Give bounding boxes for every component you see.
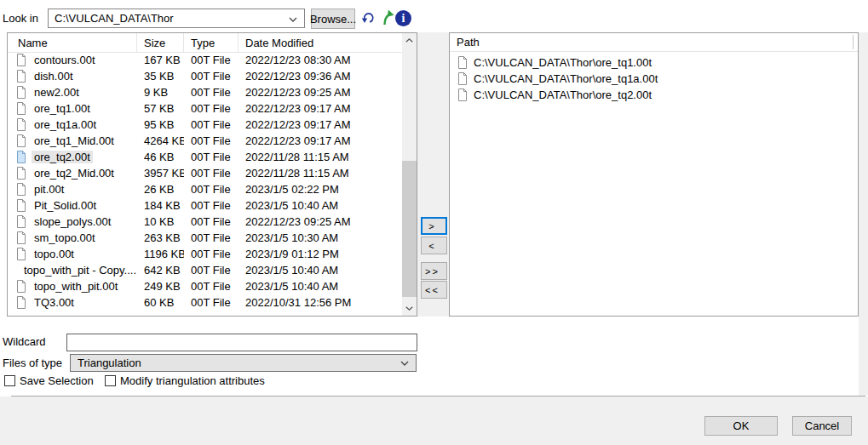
- file-date-modified: 2022/11/28 11:15 AM: [239, 151, 402, 163]
- table-row[interactable]: dish.00t 35 KB 00T File 2022/12/23 09:36…: [8, 68, 402, 84]
- table-row[interactable]: ore_tq1_Mid.00t 4264 KB 00T File 2022/12…: [8, 133, 402, 149]
- file-type: 00T File: [184, 70, 239, 83]
- file-size: 9 KB: [137, 86, 184, 99]
- remove-all-button[interactable]: <<: [421, 281, 447, 299]
- save-selection-checkbox[interactable]: Save Selection: [4, 374, 94, 387]
- file-name: ore_tq1_Mid.00t: [32, 134, 117, 147]
- file-date-modified: 2022/12/23 09:25 AM: [239, 215, 402, 228]
- table-row[interactable]: ore_tq2.00t 46 KB 00T File 2022/11/28 11…: [8, 149, 402, 165]
- file-type: 00T File: [184, 151, 239, 163]
- file-type: 00T File: [184, 86, 239, 99]
- file-type: 00T File: [184, 134, 239, 147]
- info-icon[interactable]: i: [395, 10, 411, 26]
- file-size: 167 KB: [137, 54, 184, 66]
- scroll-up-icon[interactable]: [402, 33, 417, 48]
- file-type: 00T File: [184, 199, 239, 212]
- file-list-header: Name Size Type Date Modified: [8, 33, 402, 53]
- file-icon: [16, 151, 26, 163]
- browse-button[interactable]: Browse...: [311, 9, 355, 29]
- file-icon: [16, 183, 26, 196]
- add-selected-button[interactable]: >: [421, 217, 447, 235]
- table-row[interactable]: ore_tq1a.00t 95 KB 00T File 2022/12/23 0…: [8, 117, 402, 133]
- right-margin: [859, 32, 868, 396]
- file-size: 3957 KB: [137, 167, 184, 180]
- files-of-type-label: Files of type: [3, 357, 62, 369]
- file-icon: [16, 86, 26, 99]
- file-icon: [16, 167, 26, 180]
- column-header-type[interactable]: Type: [184, 33, 239, 52]
- file-type: 00T File: [184, 102, 239, 115]
- undo-icon[interactable]: [361, 11, 377, 26]
- checkbox-box[interactable]: [4, 375, 15, 386]
- file-icon: [16, 280, 26, 293]
- list-item[interactable]: C:\VULCAN_DATA\Thor\ore_tq1a.00t: [450, 71, 858, 87]
- path-text: C:\VULCAN_DATA\Thor\ore_tq1a.00t: [474, 72, 658, 85]
- file-date-modified: 2023/1/5 02:22 PM: [239, 183, 402, 196]
- file-icon: [16, 248, 26, 260]
- file-date-modified: 2022/12/23 08:30 AM: [239, 54, 402, 66]
- look-in-combobox[interactable]: C:\VULCAN_DATA\Thor: [48, 9, 305, 28]
- file-type: 00T File: [184, 248, 239, 260]
- file-name: TQ3.00t: [32, 296, 77, 309]
- file-date-modified: 2022/12/23 09:17 AM: [239, 118, 402, 131]
- file-icon: [16, 134, 26, 147]
- files-of-type-combobox[interactable]: Triangulation: [70, 354, 417, 372]
- file-type: 00T File: [184, 231, 239, 244]
- table-row[interactable]: sm_topo.00t 263 KB 00T File 2023/1/5 10:…: [8, 230, 402, 246]
- file-name: ore_tq1.00t: [32, 102, 93, 115]
- remove-selected-button[interactable]: <: [421, 237, 447, 254]
- file-type: 00T File: [184, 296, 239, 309]
- table-row[interactable]: topo_with_pit.00t 249 KB 00T File 2023/1…: [8, 278, 402, 294]
- scrollbar-thumb[interactable]: [402, 161, 417, 297]
- path-text: C:\VULCAN_DATA\Thor\ore_tq1.00t: [474, 56, 652, 69]
- column-header-path[interactable]: Path: [450, 33, 858, 52]
- scroll-down-icon[interactable]: [402, 301, 417, 316]
- table-row[interactable]: TQ3.00t 60 KB 00T File 2022/10/31 12:56 …: [8, 294, 402, 311]
- table-row[interactable]: topo.00t 1196 KB 00T File 2023/1/9 01:12…: [8, 246, 402, 262]
- modify-triangulation-attributes-checkbox[interactable]: Modify triangulation attributes: [105, 374, 265, 387]
- column-header-date-modified[interactable]: Date Modified: [239, 33, 402, 52]
- file-icon: [16, 102, 26, 115]
- table-row[interactable]: Pit_Solid.00t 184 KB 00T File 2023/1/5 1…: [8, 197, 402, 214]
- ok-button[interactable]: OK: [704, 416, 778, 436]
- chevron-down-icon: [289, 17, 297, 22]
- table-row[interactable]: new2.00t 9 KB 00T File 2022/12/23 09:25 …: [8, 84, 402, 100]
- file-type: 00T File: [184, 183, 239, 196]
- wildcard-input[interactable]: [66, 334, 417, 351]
- file-date-modified: 2022/10/31 12:56 PM: [239, 296, 402, 309]
- file-icon: [16, 54, 26, 66]
- checkbox-box[interactable]: [105, 375, 116, 386]
- column-header-size[interactable]: Size: [137, 33, 184, 52]
- vertical-scrollbar[interactable]: [402, 33, 417, 316]
- list-item[interactable]: C:\VULCAN_DATA\Thor\ore_tq2.00t: [450, 87, 858, 103]
- cancel-button[interactable]: Cancel: [792, 416, 852, 436]
- file-size: 46 KB: [137, 151, 184, 163]
- file-size: 95 KB: [137, 118, 184, 131]
- add-all-button[interactable]: >>: [421, 262, 447, 280]
- look-in-value: C:\VULCAN_DATA\Thor: [55, 12, 174, 25]
- table-row[interactable]: ore_tq2_Mid.00t 3957 KB 00T File 2022/11…: [8, 165, 402, 181]
- look-in-label: Look in: [3, 12, 38, 25]
- file-name: slope_polys.00t: [32, 215, 113, 228]
- list-item[interactable]: C:\VULCAN_DATA\Thor\ore_tq1.00t: [450, 54, 858, 71]
- file-name: pit.00t: [32, 183, 66, 196]
- file-type: 00T File: [184, 167, 239, 180]
- file-icon: [16, 296, 26, 309]
- table-row[interactable]: ore_tq1.00t 57 KB 00T File 2022/12/23 09…: [8, 100, 402, 117]
- file-date-modified: 2023/1/5 10:40 AM: [239, 264, 402, 277]
- up-directory-icon[interactable]: [382, 9, 394, 28]
- file-date-modified: 2022/12/23 09:17 AM: [239, 102, 402, 115]
- table-row[interactable]: contours.00t 167 KB 00T File 2022/12/23 …: [8, 52, 402, 68]
- file-name: sm_topo.00t: [32, 231, 98, 244]
- table-row[interactable]: slope_polys.00t 10 KB 00T File 2022/12/2…: [8, 214, 402, 230]
- checkbox-label: Modify triangulation attributes: [120, 374, 265, 387]
- table-row[interactable]: pit.00t 26 KB 00T File 2023/1/5 02:22 PM: [8, 181, 402, 197]
- checkbox-label: Save Selection: [20, 374, 94, 387]
- column-header-name[interactable]: Name: [8, 33, 137, 52]
- file-size: 1196 KB: [137, 248, 184, 260]
- file-type: 00T File: [184, 118, 239, 131]
- file-name: Pit_Solid.00t: [32, 199, 99, 212]
- table-row[interactable]: topo_with_pit - Copy.... 642 KB 00T File…: [8, 262, 402, 278]
- file-size: 249 KB: [137, 280, 184, 293]
- file-name: ore_tq1a.00t: [32, 118, 99, 131]
